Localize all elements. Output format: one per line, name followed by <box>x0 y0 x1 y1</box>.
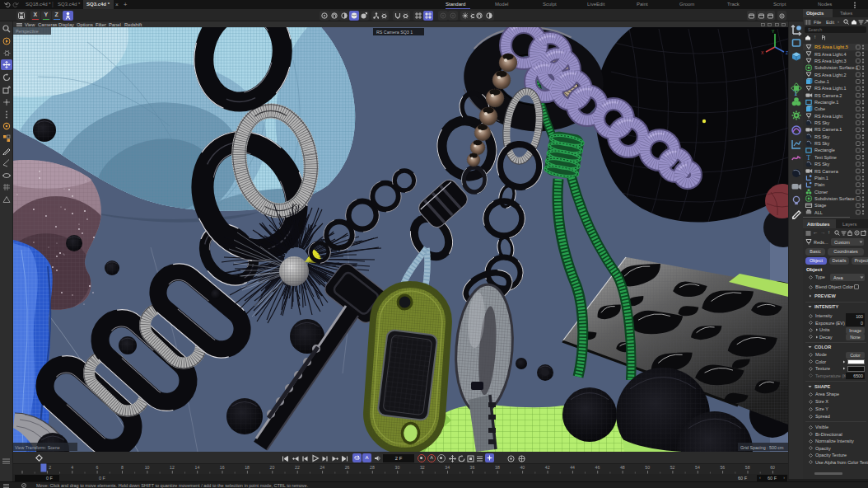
svg-text:38: 38 <box>495 465 500 470</box>
svg-text:42: 42 <box>545 465 550 470</box>
svg-text:10: 10 <box>145 465 150 470</box>
svg-text:Perspective: Perspective <box>16 29 39 34</box>
svg-text:Plain.1: Plain.1 <box>814 175 828 180</box>
svg-text:6: 6 <box>96 465 99 470</box>
svg-text:RS Camera: RS Camera <box>814 168 839 173</box>
svg-text:14: 14 <box>195 465 200 470</box>
svg-text:36: 36 <box>470 465 475 470</box>
svg-text:Stage: Stage <box>814 203 826 208</box>
svg-text:24: 24 <box>320 465 324 470</box>
svg-text:Cube.1: Cube.1 <box>814 78 829 83</box>
svg-text:Cloner: Cloner <box>814 189 828 194</box>
svg-text:44: 44 <box>570 465 575 470</box>
svg-text:RS Sky: RS Sky <box>814 141 830 146</box>
svg-text:26: 26 <box>345 465 350 470</box>
svg-text:RS Camera.1: RS Camera.1 <box>814 127 842 132</box>
svg-text:8: 8 <box>121 465 124 470</box>
svg-text:12: 12 <box>170 465 175 470</box>
svg-text:Text Spline: Text Spline <box>814 154 837 159</box>
svg-text:ALL: ALL <box>814 209 823 214</box>
svg-text:18: 18 <box>245 465 250 470</box>
svg-text:RS Camera SQ3 1: RS Camera SQ3 1 <box>376 30 413 35</box>
svg-text:RS Camera.2: RS Camera.2 <box>814 92 842 97</box>
svg-text:RS Sky: RS Sky <box>814 162 830 167</box>
svg-text:Plain: Plain <box>814 182 824 187</box>
svg-text:RS Area Light.1: RS Area Light.1 <box>814 86 847 91</box>
svg-text:22: 22 <box>295 465 300 470</box>
svg-text:4: 4 <box>71 465 73 470</box>
svg-text:54: 54 <box>695 465 700 470</box>
svg-text:T: T <box>806 153 810 161</box>
svg-text:Subdivision Surface.1: Subdivision Surface.1 <box>814 65 858 70</box>
svg-text:34: 34 <box>445 465 450 470</box>
svg-text:20: 20 <box>270 465 275 470</box>
svg-text:56: 56 <box>720 465 725 470</box>
svg-text:52: 52 <box>670 465 675 470</box>
svg-text:2: 2 <box>49 465 51 470</box>
svg-text:RS Area Light.2: RS Area Light.2 <box>814 72 847 77</box>
svg-text:RS Sky: RS Sky <box>814 120 830 125</box>
svg-text:RS Area Light.5: RS Area Light.5 <box>814 45 848 49</box>
svg-text:Subdivision Surface: Subdivision Surface <box>814 195 855 200</box>
svg-text:Grid Spacing : 500 cm: Grid Spacing : 500 cm <box>740 445 784 450</box>
svg-text:46: 46 <box>595 465 600 470</box>
svg-text:Rectangle: Rectangle <box>814 148 835 152</box>
svg-text:Cube: Cube <box>814 106 825 111</box>
svg-text:28: 28 <box>370 465 375 470</box>
svg-text:40: 40 <box>520 465 525 470</box>
svg-text:RS Area Light.3: RS Area Light.3 <box>814 58 847 63</box>
svg-text:58: 58 <box>745 465 750 470</box>
svg-text:48: 48 <box>620 465 625 470</box>
svg-text:32: 32 <box>420 465 425 470</box>
svg-text:50: 50 <box>645 465 650 470</box>
svg-text:60: 60 <box>770 465 775 470</box>
svg-text:Rectangle.1: Rectangle.1 <box>814 100 838 105</box>
svg-text:16: 16 <box>220 465 225 470</box>
svg-text:View Transform: Scene: View Transform: Scene <box>15 445 60 450</box>
svg-text:RS Sky: RS Sky <box>814 134 830 138</box>
svg-text:30: 30 <box>395 465 400 470</box>
svg-text:RS Area Light.4: RS Area Light.4 <box>814 51 847 56</box>
svg-text:RS Area Light: RS Area Light <box>814 113 842 118</box>
